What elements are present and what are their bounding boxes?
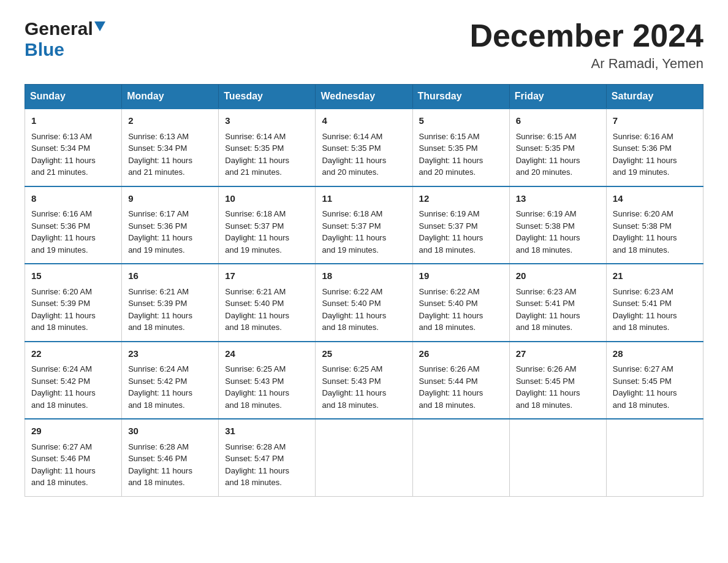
calendar-cell: 26 Sunrise: 6:26 AM Sunset: 5:44 PM Dayl… — [412, 342, 509, 419]
day-number: 1 — [31, 114, 115, 128]
day-info: Sunrise: 6:22 AM Sunset: 5:40 PM Dayligh… — [419, 286, 503, 334]
calendar-cell: 30 Sunrise: 6:28 AM Sunset: 5:46 PM Dayl… — [122, 419, 219, 496]
day-number: 13 — [516, 192, 600, 206]
day-info: Sunrise: 6:25 AM Sunset: 5:43 PM Dayligh… — [322, 363, 406, 411]
weekday-header-sunday: Sunday — [25, 85, 122, 109]
calendar-cell — [606, 419, 703, 496]
calendar-cell: 31 Sunrise: 6:28 AM Sunset: 5:47 PM Dayl… — [219, 419, 316, 496]
calendar-cell: 25 Sunrise: 6:25 AM Sunset: 5:43 PM Dayl… — [316, 342, 412, 419]
day-number: 8 — [31, 192, 115, 206]
day-info: Sunrise: 6:14 AM Sunset: 5:35 PM Dayligh… — [225, 131, 309, 178]
calendar-cell: 14 Sunrise: 6:20 AM Sunset: 5:38 PM Dayl… — [606, 186, 703, 264]
day-info: Sunrise: 6:23 AM Sunset: 5:41 PM Dayligh… — [613, 286, 697, 334]
calendar-cell: 11 Sunrise: 6:18 AM Sunset: 5:37 PM Dayl… — [316, 186, 412, 264]
day-info: Sunrise: 6:24 AM Sunset: 5:42 PM Dayligh… — [31, 363, 115, 411]
calendar-week-row: 22 Sunrise: 6:24 AM Sunset: 5:42 PM Dayl… — [25, 342, 703, 419]
calendar-cell: 24 Sunrise: 6:25 AM Sunset: 5:43 PM Dayl… — [219, 342, 316, 419]
calendar-cell: 15 Sunrise: 6:20 AM Sunset: 5:39 PM Dayl… — [25, 264, 122, 342]
day-number: 26 — [419, 347, 503, 361]
calendar-week-row: 8 Sunrise: 6:16 AM Sunset: 5:36 PM Dayli… — [25, 186, 703, 264]
calendar-cell: 21 Sunrise: 6:23 AM Sunset: 5:41 PM Dayl… — [606, 264, 703, 342]
day-number: 4 — [322, 114, 406, 128]
day-info: Sunrise: 6:15 AM Sunset: 5:35 PM Dayligh… — [516, 131, 600, 178]
day-info: Sunrise: 6:27 AM Sunset: 5:46 PM Dayligh… — [31, 441, 115, 489]
day-info: Sunrise: 6:26 AM Sunset: 5:45 PM Dayligh… — [516, 363, 600, 411]
day-number: 20 — [516, 269, 600, 283]
day-number: 16 — [128, 269, 212, 283]
day-number: 21 — [613, 269, 697, 283]
calendar-cell: 20 Sunrise: 6:23 AM Sunset: 5:41 PM Dayl… — [509, 264, 606, 342]
calendar-cell: 2 Sunrise: 6:13 AM Sunset: 5:34 PM Dayli… — [122, 109, 219, 186]
calendar-cell: 3 Sunrise: 6:14 AM Sunset: 5:35 PM Dayli… — [219, 109, 316, 186]
day-number: 19 — [419, 269, 503, 283]
day-info: Sunrise: 6:14 AM Sunset: 5:35 PM Dayligh… — [322, 131, 406, 178]
day-number: 25 — [322, 347, 406, 361]
day-number: 22 — [31, 347, 115, 361]
day-number: 9 — [128, 192, 212, 206]
day-number: 7 — [613, 114, 697, 128]
calendar-cell: 1 Sunrise: 6:13 AM Sunset: 5:34 PM Dayli… — [25, 109, 122, 186]
page-header: General Blue December 2024 Ar Ramadi, Ye… — [25, 18, 703, 72]
day-number: 15 — [31, 269, 115, 283]
weekday-header-friday: Friday — [509, 85, 606, 109]
day-info: Sunrise: 6:27 AM Sunset: 5:45 PM Dayligh… — [613, 363, 697, 411]
day-number: 27 — [516, 347, 600, 361]
day-info: Sunrise: 6:21 AM Sunset: 5:39 PM Dayligh… — [128, 286, 212, 334]
day-number: 17 — [225, 269, 309, 283]
calendar-cell: 29 Sunrise: 6:27 AM Sunset: 5:46 PM Dayl… — [25, 419, 122, 496]
day-info: Sunrise: 6:19 AM Sunset: 5:37 PM Dayligh… — [419, 208, 503, 256]
day-info: Sunrise: 6:21 AM Sunset: 5:40 PM Dayligh… — [225, 286, 309, 334]
calendar-header-row: SundayMondayTuesdayWednesdayThursdayFrid… — [25, 85, 703, 109]
day-number: 10 — [225, 192, 309, 206]
calendar-cell: 22 Sunrise: 6:24 AM Sunset: 5:42 PM Dayl… — [25, 342, 122, 419]
weekday-header-monday: Monday — [122, 85, 219, 109]
logo: General Blue — [25, 18, 105, 60]
day-info: Sunrise: 6:20 AM Sunset: 5:38 PM Dayligh… — [613, 208, 697, 256]
calendar-cell: 4 Sunrise: 6:14 AM Sunset: 5:35 PM Dayli… — [316, 109, 412, 186]
calendar-cell: 8 Sunrise: 6:16 AM Sunset: 5:36 PM Dayli… — [25, 186, 122, 264]
calendar-cell: 13 Sunrise: 6:19 AM Sunset: 5:38 PM Dayl… — [509, 186, 606, 264]
title-block: December 2024 Ar Ramadi, Yemen — [469, 18, 703, 72]
day-info: Sunrise: 6:24 AM Sunset: 5:42 PM Dayligh… — [128, 363, 212, 411]
day-info: Sunrise: 6:18 AM Sunset: 5:37 PM Dayligh… — [322, 208, 406, 256]
day-info: Sunrise: 6:20 AM Sunset: 5:39 PM Dayligh… — [31, 286, 115, 334]
day-info: Sunrise: 6:25 AM Sunset: 5:43 PM Dayligh… — [225, 363, 309, 411]
day-info: Sunrise: 6:13 AM Sunset: 5:34 PM Dayligh… — [128, 131, 212, 178]
weekday-header-saturday: Saturday — [606, 85, 703, 109]
location-subtitle: Ar Ramadi, Yemen — [469, 56, 703, 72]
day-info: Sunrise: 6:13 AM Sunset: 5:34 PM Dayligh… — [31, 131, 115, 178]
calendar-cell — [412, 419, 509, 496]
calendar-cell: 19 Sunrise: 6:22 AM Sunset: 5:40 PM Dayl… — [412, 264, 509, 342]
weekday-header-tuesday: Tuesday — [219, 85, 316, 109]
day-number: 3 — [225, 114, 309, 128]
calendar-cell: 18 Sunrise: 6:22 AM Sunset: 5:40 PM Dayl… — [316, 264, 412, 342]
day-number: 18 — [322, 269, 406, 283]
calendar-cell: 9 Sunrise: 6:17 AM Sunset: 5:36 PM Dayli… — [122, 186, 219, 264]
day-number: 14 — [613, 192, 697, 206]
day-info: Sunrise: 6:28 AM Sunset: 5:46 PM Dayligh… — [128, 441, 212, 489]
calendar-cell: 12 Sunrise: 6:19 AM Sunset: 5:37 PM Dayl… — [412, 186, 509, 264]
day-number: 29 — [31, 424, 115, 439]
day-info: Sunrise: 6:19 AM Sunset: 5:38 PM Dayligh… — [516, 208, 600, 256]
calendar-cell: 23 Sunrise: 6:24 AM Sunset: 5:42 PM Dayl… — [122, 342, 219, 419]
calendar-cell: 6 Sunrise: 6:15 AM Sunset: 5:35 PM Dayli… — [509, 109, 606, 186]
day-number: 28 — [613, 347, 697, 361]
day-number: 2 — [128, 114, 212, 128]
logo-general-text: General — [25, 18, 93, 39]
calendar-cell: 28 Sunrise: 6:27 AM Sunset: 5:45 PM Dayl… — [606, 342, 703, 419]
calendar-cell: 17 Sunrise: 6:21 AM Sunset: 5:40 PM Dayl… — [219, 264, 316, 342]
day-info: Sunrise: 6:16 AM Sunset: 5:36 PM Dayligh… — [31, 208, 115, 256]
day-number: 6 — [516, 114, 600, 128]
day-number: 23 — [128, 347, 212, 361]
calendar-cell — [316, 419, 412, 496]
calendar-week-row: 1 Sunrise: 6:13 AM Sunset: 5:34 PM Dayli… — [25, 109, 703, 186]
day-info: Sunrise: 6:22 AM Sunset: 5:40 PM Dayligh… — [322, 286, 406, 334]
logo-triangle-icon — [94, 21, 105, 34]
calendar-cell: 5 Sunrise: 6:15 AM Sunset: 5:35 PM Dayli… — [412, 109, 509, 186]
weekday-header-wednesday: Wednesday — [316, 85, 412, 109]
day-info: Sunrise: 6:18 AM Sunset: 5:37 PM Dayligh… — [225, 208, 309, 256]
logo-blue-text: Blue — [25, 39, 64, 59]
day-number: 11 — [322, 192, 406, 206]
day-number: 31 — [225, 424, 309, 439]
calendar-cell: 16 Sunrise: 6:21 AM Sunset: 5:39 PM Dayl… — [122, 264, 219, 342]
